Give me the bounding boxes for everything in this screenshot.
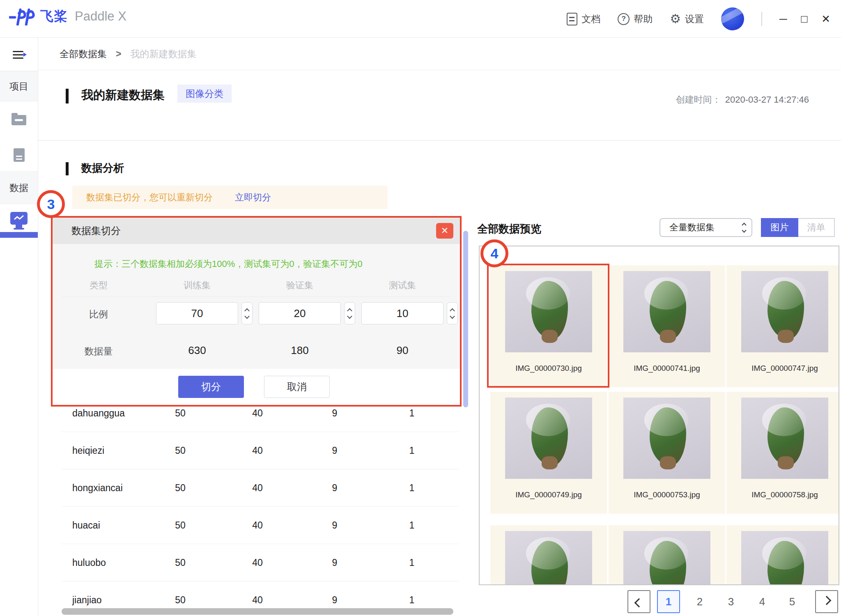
chevron-left-icon: [634, 598, 644, 608]
page-button-4[interactable]: 4: [751, 590, 774, 613]
window-controls: ─ □ ✕: [779, 14, 830, 24]
table-row: huacai 50 40 9 1: [62, 507, 459, 544]
monitor-chart-icon: [10, 212, 28, 225]
train-ratio-input[interactable]: [156, 302, 238, 324]
window-controls-divider: [761, 12, 762, 26]
collapse-menu-icon: [13, 49, 25, 60]
image-filename: IMG_00000747.jpg: [726, 364, 839, 373]
col-header-val: 验证集: [259, 279, 341, 292]
label-count: 50: [160, 432, 201, 469]
table-row: hongxiancai 50 40 9 1: [62, 469, 459, 507]
split-cancel-button[interactable]: 取消: [264, 376, 330, 398]
label-count: 1: [391, 544, 432, 582]
test-ratio-input[interactable]: [361, 302, 443, 324]
view-list-tab[interactable]: 清单: [798, 218, 835, 237]
image-card[interactable]: [609, 525, 725, 585]
preview-section-title: 全部数据预览: [477, 222, 541, 236]
image-card[interactable]: IMG_00000753.jpg: [609, 392, 725, 514]
title-accent-bar: [66, 89, 69, 103]
minimize-button[interactable]: ─: [779, 14, 787, 24]
page-button-5[interactable]: 5: [781, 590, 804, 613]
page-button-1[interactable]: 1: [657, 590, 680, 613]
vegetable-photo: [505, 531, 592, 585]
col-header-test: 测试集: [361, 279, 443, 292]
split-dialog-title: 数据集切分: [71, 218, 121, 244]
dataset-type-tag: 图像分类: [177, 85, 232, 103]
col-header-train: 训练集: [156, 279, 238, 292]
label-count: 1: [391, 507, 432, 544]
col-header-type: 类型: [57, 279, 140, 292]
dataset-filter-select[interactable]: 全量数据集: [659, 218, 752, 237]
label-count: 40: [237, 469, 278, 507]
image-card[interactable]: IMG_00000749.jpg: [490, 392, 607, 514]
label-count: 9: [314, 469, 355, 507]
sidebar-item-files[interactable]: [0, 138, 38, 171]
label-count: 9: [314, 507, 355, 544]
test-ratio-stepper[interactable]: [447, 302, 458, 324]
logo-text-en: Paddle X: [75, 9, 126, 24]
label-count: 1: [391, 469, 432, 507]
help-button[interactable]: ? 帮助: [618, 13, 653, 25]
split-now-link[interactable]: 立即切分: [235, 191, 271, 204]
sidebar-item-projects[interactable]: [0, 101, 38, 138]
label-name: hongxiancai: [72, 469, 123, 507]
sidebar-collapse-button[interactable]: [0, 38, 38, 71]
label-count: 50: [160, 544, 201, 582]
preview-grid-panel: IMG_00000730.jpg IMG_00000741.jpg IMG_00…: [479, 246, 839, 585]
label-count: 40: [237, 507, 278, 544]
val-ratio-stepper[interactable]: [344, 302, 355, 324]
paddle-logo: 飞桨 Paddle X: [9, 7, 126, 25]
breadcrumb-current: 我的新建数据集: [130, 48, 196, 60]
breadcrumb-root[interactable]: 全部数据集: [60, 48, 107, 60]
image-card[interactable]: IMG_00000741.jpg: [609, 265, 725, 387]
split-notice-banner: 数据集已切分，您可以重新切分 立即切分: [72, 186, 388, 209]
help-label: 帮助: [634, 13, 653, 25]
val-ratio-input[interactable]: [259, 302, 341, 324]
close-button[interactable]: ✕: [821, 14, 830, 24]
created-time: 创建时间：2020-03-27 14:27:46: [676, 94, 809, 106]
split-confirm-button[interactable]: 切分: [178, 376, 244, 398]
label-count: 40: [237, 432, 278, 469]
dialog-close-icon[interactable]: ✕: [436, 223, 453, 239]
split-hint-text: 提示：三个数据集相加必须为100%，测试集可为0，验证集不可为0: [94, 258, 363, 270]
next-page-button[interactable]: [815, 590, 838, 613]
image-card[interactable]: IMG_00000747.jpg: [726, 265, 839, 387]
annotation-step-3: 3: [37, 190, 65, 218]
paddle-pp-icon: [9, 7, 36, 25]
label-count: 50: [160, 507, 201, 544]
train-ratio-stepper[interactable]: [241, 302, 253, 324]
docs-label: 文档: [581, 13, 600, 25]
split-dialog-header: 数据集切分 ✕: [53, 218, 460, 244]
settings-button[interactable]: ⚙ 设置: [670, 13, 704, 25]
image-card[interactable]: [726, 525, 839, 585]
sidebar-item-analytics[interactable]: [0, 204, 38, 232]
vegetable-photo: [741, 398, 828, 479]
help-icon: ?: [618, 13, 630, 25]
page-button-2[interactable]: 2: [688, 590, 711, 613]
val-count-value: 180: [259, 339, 341, 361]
created-time-label: 创建时间：: [676, 94, 721, 105]
sidebar-group-project: 项目: [0, 71, 38, 101]
maximize-button[interactable]: □: [801, 14, 807, 24]
sidebar-group-data: 数据: [0, 171, 38, 204]
vegetable-photo: [623, 531, 710, 585]
split-dialog-body: 提示：三个数据集相加必须为100%，测试集可为0，验证集不可为0 类型 训练集 …: [53, 244, 460, 369]
prev-page-button[interactable]: [627, 590, 650, 613]
label-count: 50: [160, 469, 201, 507]
split-dialog-footer: 切分 取消: [53, 369, 460, 405]
image-card[interactable]: IMG_00000730.jpg: [490, 265, 607, 387]
vegetable-photo: [505, 271, 592, 352]
page-button-3[interactable]: 3: [719, 590, 742, 613]
image-filename: IMG_00000749.jpg: [490, 490, 607, 499]
image-card[interactable]: [490, 525, 607, 585]
horizontal-scrollbar[interactable]: [62, 608, 453, 615]
vertical-scrollbar[interactable]: [463, 231, 468, 407]
annotation-step-4: 4: [480, 239, 508, 267]
gear-icon: ⚙: [670, 13, 681, 25]
docs-button[interactable]: 文档: [567, 13, 600, 25]
image-filename: IMG_00000753.jpg: [609, 490, 725, 499]
vegetable-photo: [623, 398, 710, 479]
user-avatar[interactable]: [721, 7, 744, 30]
view-image-tab[interactable]: 图片: [761, 218, 798, 237]
image-card[interactable]: IMG_00000758.jpg: [726, 392, 839, 514]
